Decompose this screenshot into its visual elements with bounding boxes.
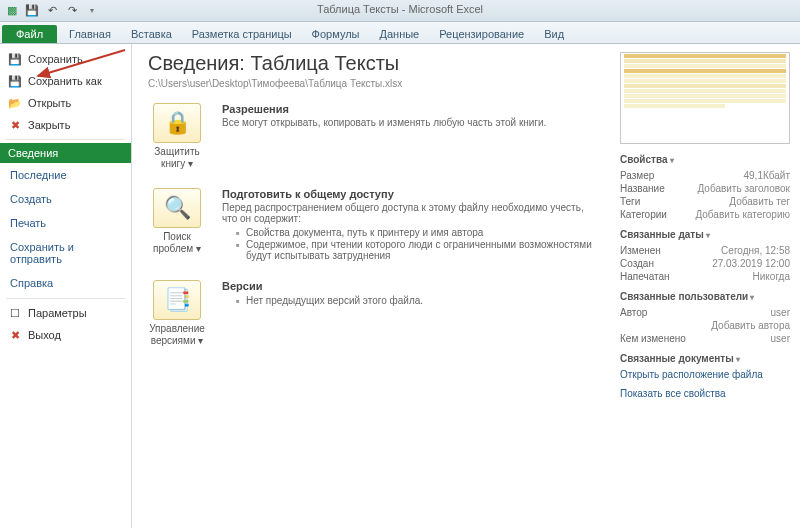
sidebar-saveas[interactable]: 💾Сохранить как: [0, 70, 131, 92]
prop-val: Сегодня, 12:58: [721, 245, 790, 256]
sidebar-label: Параметры: [28, 307, 87, 319]
sidebar-close[interactable]: ✖Закрыть: [0, 114, 131, 136]
options-icon: ☐: [8, 306, 22, 320]
tab-review[interactable]: Рецензирование: [429, 25, 534, 43]
window-title: Таблица Тексты - Microsoft Excel: [317, 3, 483, 15]
button-label: Управление версиями ▾: [148, 323, 206, 347]
share-bullet: Содержимое, при чтении которого люди с о…: [236, 239, 594, 261]
sidebar-label: Сохранить как: [28, 75, 102, 87]
props-heading: Связанные документы: [620, 353, 790, 364]
button-label: Поиск проблем ▾: [148, 231, 206, 255]
props-heading: Связанные пользователи: [620, 291, 790, 302]
prop-key: Создан: [620, 258, 654, 269]
share-heading: Подготовить к общему доступу: [222, 188, 594, 200]
manage-versions-button[interactable]: 📑 Управление версиями ▾: [148, 280, 206, 347]
prop-key: Размер: [620, 170, 654, 181]
open-folder-icon: 📂: [8, 96, 22, 110]
tab-file[interactable]: Файл: [2, 25, 57, 43]
prop-val: 27.03.2019 12:00: [712, 258, 790, 269]
sidebar-recent[interactable]: Последние: [0, 163, 131, 187]
prop-key: Напечатан: [620, 271, 670, 282]
undo-icon[interactable]: ↶: [44, 3, 60, 19]
ribbon-tabs: Файл Главная Вставка Разметка страницы Ф…: [0, 22, 800, 44]
redo-icon[interactable]: ↷: [64, 3, 80, 19]
sidebar-new[interactable]: Создать: [0, 187, 131, 211]
sidebar-help[interactable]: Справка: [0, 271, 131, 295]
tab-insert[interactable]: Вставка: [121, 25, 182, 43]
tab-layout[interactable]: Разметка страницы: [182, 25, 302, 43]
prop-val: user: [771, 333, 790, 344]
tab-formulas[interactable]: Формулы: [302, 25, 370, 43]
prop-val[interactable]: Добавить заголовок: [697, 183, 790, 194]
backstage-sidebar: 💾Сохранить 💾Сохранить как 📂Открыть ✖Закр…: [0, 44, 132, 528]
excel-icon: ▩: [4, 3, 20, 19]
protect-workbook-button[interactable]: 🔒 Защитить книгу ▾: [148, 103, 206, 170]
sidebar-label: Сохранить: [28, 53, 83, 65]
properties-panel: Свойства Размер49,1Кбайт НазваниеДобавит…: [610, 44, 800, 528]
saveas-icon: 💾: [8, 74, 22, 88]
inspect-icon: 🔍: [164, 195, 191, 221]
prop-key: Автор: [620, 307, 647, 318]
page-title: Сведения: Таблица Тексты: [148, 52, 594, 75]
save-icon[interactable]: 💾: [24, 3, 40, 19]
info-content: Сведения: Таблица Тексты C:\Users\user\D…: [132, 44, 610, 528]
share-bullet: Свойства документа, путь к принтеру и им…: [236, 227, 594, 238]
document-thumbnail[interactable]: [620, 52, 790, 144]
prop-val: Никогда: [753, 271, 790, 282]
exit-icon: ✖: [8, 328, 22, 342]
permissions-heading: Разрешения: [222, 103, 594, 115]
sidebar-open[interactable]: 📂Открыть: [0, 92, 131, 114]
props-heading: Связанные даты: [620, 229, 790, 240]
sidebar-label: Закрыть: [28, 119, 70, 131]
add-author[interactable]: Добавить автора: [711, 320, 790, 331]
tab-view[interactable]: Вид: [534, 25, 574, 43]
share-text: Перед распространением общего доступа к …: [222, 202, 584, 224]
versions-icon: 📑: [164, 287, 191, 313]
qat-menu-icon[interactable]: ▾: [84, 3, 100, 19]
lock-icon: 🔒: [164, 110, 191, 136]
prop-key: Изменен: [620, 245, 661, 256]
prop-key: Теги: [620, 196, 640, 207]
sidebar-options[interactable]: ☐Параметры: [0, 302, 131, 324]
sidebar-exit[interactable]: ✖Выход: [0, 324, 131, 346]
quick-access-toolbar: ▩ 💾 ↶ ↷ ▾ Таблица Тексты - Microsoft Exc…: [0, 0, 800, 22]
sidebar-info[interactable]: Сведения: [0, 143, 131, 163]
close-icon: ✖: [8, 118, 22, 132]
tab-home[interactable]: Главная: [59, 25, 121, 43]
button-label: Защитить книгу ▾: [148, 146, 206, 170]
prop-val: user: [771, 307, 790, 318]
tab-data[interactable]: Данные: [369, 25, 429, 43]
prop-key: Категории: [620, 209, 667, 220]
sidebar-share[interactable]: Сохранить и отправить: [0, 235, 131, 271]
permissions-text: Все могут открывать, копировать и изменя…: [222, 117, 546, 128]
prop-key: Кем изменено: [620, 333, 686, 344]
file-path: C:\Users\user\Desktop\Тимофеева\Таблица …: [148, 78, 594, 89]
sidebar-print[interactable]: Печать: [0, 211, 131, 235]
prop-val: 49,1Кбайт: [743, 170, 790, 181]
prop-val[interactable]: Добавить тег: [729, 196, 790, 207]
props-heading[interactable]: Свойства: [620, 154, 790, 165]
prop-val[interactable]: Добавить категорию: [695, 209, 790, 220]
save-icon: 💾: [8, 52, 22, 66]
versions-text: Нет предыдущих версий этого файла.: [236, 295, 594, 306]
check-issues-button[interactable]: 🔍 Поиск проблем ▾: [148, 188, 206, 262]
prop-key: Название: [620, 183, 665, 194]
sidebar-label: Сведения: [8, 147, 58, 159]
sidebar-save[interactable]: 💾Сохранить: [0, 48, 131, 70]
sidebar-label: Открыть: [28, 97, 71, 109]
versions-heading: Версии: [222, 280, 594, 292]
sidebar-label: Выход: [28, 329, 61, 341]
show-all-props[interactable]: Показать все свойства: [620, 388, 726, 399]
open-file-location[interactable]: Открыть расположение файла: [620, 369, 763, 380]
